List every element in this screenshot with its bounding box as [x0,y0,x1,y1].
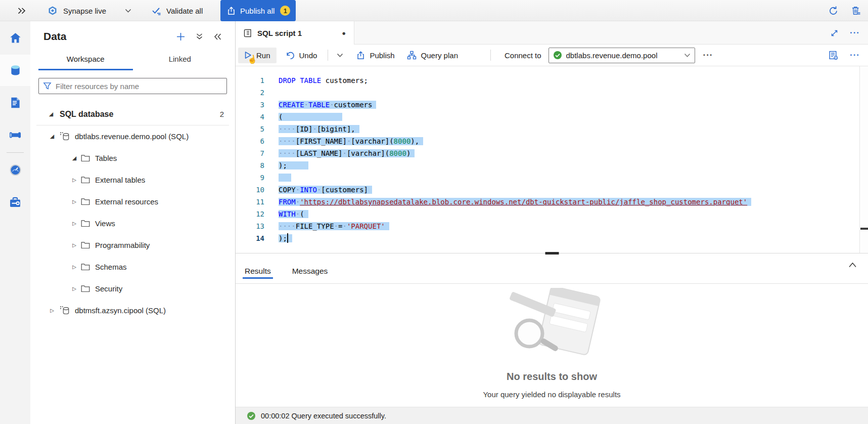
rail-item-monitor[interactable] [0,154,30,186]
expand-twisty-icon[interactable]: ▷ [71,286,78,291]
line-number: 12 [236,208,264,220]
code-text-area[interactable]: DROP TABLE customers;CREATE·TABLE·custom… [264,66,868,253]
chevron-up-icon [848,262,857,268]
collapse-panel-button[interactable] [213,33,222,40]
editor-scrollbar[interactable] [859,66,868,253]
collapse-results-button[interactable] [848,261,857,269]
selection-highlight: ( [279,113,342,121]
script-editor-pane: SQL script 1 ● ··· Run [236,21,868,424]
pool-label: dbtlabs.revenue.demo.pool (SQL) [75,132,189,141]
query-plan-button[interactable]: Query plan [401,47,464,63]
code-line [279,172,868,184]
tree-item-schemas[interactable]: ▷Schemas [30,256,235,278]
resource-tree: ◢ SQL database 2 ◢ dbtlabs.revenue.demo.… [30,103,235,321]
expand-twisty-icon[interactable]: ▷ [49,308,56,313]
expand-twisty-icon[interactable]: ▷ [71,199,78,204]
tab-sql-script-1[interactable]: SQL script 1 ● [236,21,354,45]
rail-item-manage[interactable] [0,187,30,218]
code-line: DROP TABLE customers; [279,74,868,87]
toolbar-more-actions-button[interactable]: ··· [703,50,713,60]
connect-to-label: Connect to [505,51,541,60]
expand-twisty-icon[interactable]: ▷ [71,264,78,270]
tab-messages[interactable]: Messages [290,267,330,283]
tab-workspace[interactable]: Workspace [38,51,133,70]
tree-item-external-resources[interactable]: ▷External resources [30,191,235,213]
rail-item-develop[interactable] [0,87,30,118]
line-number: 11 [236,196,264,208]
scrollbar-thumb[interactable] [860,228,868,230]
selection-highlight: WITH·( [279,210,308,218]
no-results-area: No results to show Your query yielded no… [236,284,868,407]
home-icon [9,31,22,45]
filter-resources-input[interactable] [56,82,222,91]
editor-more-actions-button[interactable]: ··· [850,50,860,60]
validate-all-button[interactable]: Validate all [152,0,203,21]
no-results-illustration [489,288,615,358]
collapse-twisty-icon[interactable]: ◢ [49,133,56,140]
rail-divider [7,152,24,153]
line-number: 4 [236,111,264,123]
line-number: 6 [236,135,264,147]
collapse-all-button[interactable] [196,33,203,40]
code-line: ····[LAST_NAME]·[varchar](8000) [279,147,868,159]
rail-item-home[interactable] [0,22,30,54]
line-number: 13 [236,220,264,232]
line-number: 5 [236,123,264,135]
synapse-logo-icon [48,6,58,16]
tree-item-pool-dbtmsft[interactable]: ▷ dbtmsft.azsyn.cipool (SQL) [30,300,235,321]
rail-item-data[interactable] [0,55,30,86]
expand-twisty-icon[interactable]: ▷ [71,242,78,248]
validate-check-icon [152,7,162,15]
tab-results[interactable]: Results [243,267,273,283]
discard-all-button[interactable] [851,0,861,21]
line-number-gutter: 1234567891011121314 [236,66,264,253]
undo-button[interactable]: Undo [280,48,324,63]
folder-label: Schemas [95,263,127,271]
line-number: 9 [236,172,264,184]
tree-item-tables[interactable]: ◢Tables [30,147,235,169]
selection-highlight: ); [279,161,308,169]
editor-tab-strip: SQL script 1 ● ··· [236,21,868,45]
selection-highlight: FROM·'https://dbtlabsynapsedatalake.blob… [279,198,751,206]
query-status-bar: 00:00:02 Query executed successfully. [236,407,868,424]
connected-check-icon [553,51,562,60]
tree-item-programmability[interactable]: ▷Programmability [30,234,235,256]
tab-linked[interactable]: Linked [133,51,227,70]
expand-twisty-icon[interactable]: ▷ [71,177,78,183]
left-nav-rail [0,21,30,424]
connect-to-pool-select[interactable]: dbtlabs.revenue.demo.pool [549,48,695,63]
plus-icon [176,32,186,41]
double-chevron-down-icon [196,33,203,40]
folder-icon [81,263,90,271]
undo-redo-dropdown-button[interactable] [333,50,347,61]
collapse-twisty-icon[interactable]: ◢ [48,111,55,117]
tree-item-pool-dbtlabs[interactable]: ◢ dbtlabs.revenue.demo.pool (SQL) [30,125,235,147]
tree-item-sql-database[interactable]: ◢ SQL database 2 [30,103,235,125]
publish-count-badge: 1 [280,6,290,16]
manage-toolbox-icon [8,196,22,209]
refresh-button[interactable] [828,0,839,21]
tree-item-external-tables[interactable]: ▷External tables [30,169,235,191]
folder-label: External resources [95,197,158,206]
tab-more-actions-button[interactable]: ··· [850,28,860,38]
selection-highlight: ····FILE_TYPE·=·'PARQUET' [279,222,389,230]
results-resize-handle[interactable] [545,252,559,255]
publish-upload-icon [356,51,365,60]
publish-button[interactable]: Publish [350,48,400,63]
expand-twisty-icon[interactable]: ▷ [71,221,78,226]
query-status-text: 00:00:02 Query executed successfully. [261,412,386,420]
code-editor: 1234567891011121314 DROP TABLE customers… [236,66,868,253]
script-properties-button[interactable] [828,50,839,61]
rail-item-integrate[interactable] [0,119,30,151]
expand-editor-button[interactable] [830,29,839,37]
selection-highlight: ····[ID]·[bigint], [279,125,359,133]
add-resource-button[interactable] [176,32,186,41]
synapse-live-dropdown[interactable]: Synapse live [48,0,131,21]
tree-item-security[interactable]: ▷Security [30,278,235,300]
tree-item-views[interactable]: ▷Views [30,213,235,234]
refresh-icon [828,6,839,16]
collapse-twisty-icon[interactable]: ◢ [71,155,78,161]
properties-gear-icon [828,50,839,61]
expand-menu-button[interactable] [17,0,26,21]
publish-all-button[interactable]: Publish all 1 [220,0,296,21]
